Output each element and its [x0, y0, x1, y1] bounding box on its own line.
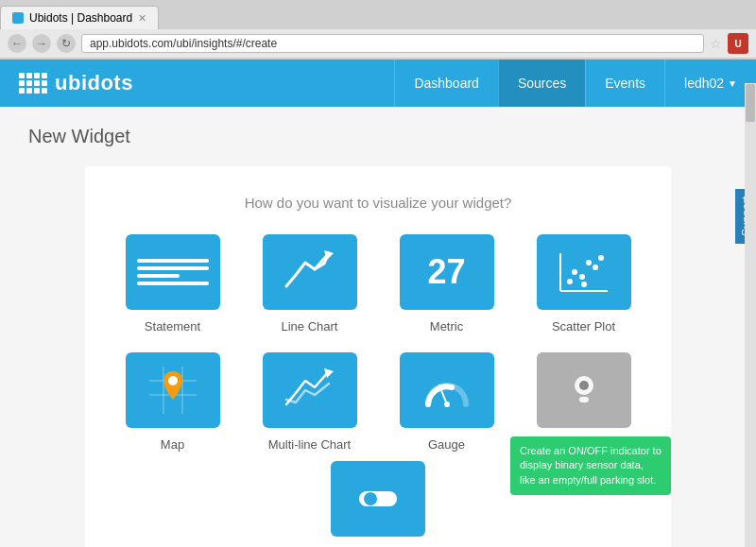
svg-point-8 — [598, 255, 604, 261]
indicator-tooltip: Create an ON/OFF indicator to display bi… — [510, 436, 671, 495]
forward-button[interactable]: → — [32, 34, 51, 53]
widget-grid: Statement Line Chart 27 Metric — [113, 234, 643, 452]
widget-icon-map — [126, 352, 220, 428]
browser-tab[interactable]: Ubidots | Dashboard ✕ — [0, 6, 159, 29]
line2 — [137, 266, 209, 270]
statement-icon — [126, 248, 220, 297]
dropdown-arrow-icon: ▼ — [728, 78, 737, 89]
refresh-button[interactable]: ↻ — [57, 34, 76, 53]
svg-point-3 — [567, 279, 573, 284]
widget-item-line-chart[interactable]: Line Chart — [250, 234, 369, 333]
logo-dots-icon — [19, 73, 47, 94]
widget-icon-line-chart — [263, 234, 357, 310]
tab-bar: Ubidots | Dashboard ✕ — [0, 0, 756, 29]
back-button[interactable]: ← — [8, 34, 26, 53]
svg-point-7 — [593, 265, 598, 270]
tab-favicon — [12, 12, 24, 24]
line-chart-svg — [282, 248, 338, 296]
svg-point-9 — [581, 282, 587, 287]
widget-label-scatter-plot: Scatter Plot — [552, 319, 615, 333]
metric-number-icon: 27 — [427, 252, 465, 292]
username-label: ledh02 — [684, 76, 724, 91]
page-title: New Widget — [28, 126, 728, 147]
widget-item-metric[interactable]: 27 Metric — [387, 234, 506, 333]
scrollbar-thumb[interactable] — [746, 84, 755, 122]
line3 — [137, 274, 180, 278]
widget-icon-switch — [331, 461, 425, 537]
indicator-svg — [560, 367, 608, 414]
widget-label-multi-line-chart: Multi-line Chart — [268, 437, 351, 452]
svg-point-4 — [572, 269, 577, 275]
widget-icon-scatter-plot — [537, 234, 631, 310]
svg-point-6 — [586, 260, 592, 265]
svg-point-22 — [364, 492, 377, 505]
widget-icon-multi-line-chart — [263, 352, 357, 428]
widget-icon-statement — [126, 234, 220, 310]
nav-link-sources[interactable]: Sources — [498, 60, 585, 107]
svg-point-14 — [168, 376, 178, 385]
widget-icon-metric: 27 — [400, 234, 494, 310]
browser-chrome: Ubidots | Dashboard ✕ ← → ↻ ☆ U — [0, 0, 756, 60]
widget-item-statement[interactable]: Statement — [113, 234, 232, 333]
scatter-plot-svg — [556, 248, 612, 296]
widget-item-switch[interactable] — [331, 461, 425, 537]
scrollbar[interactable] — [745, 83, 756, 547]
nav-links: Dashboard Sources Events ledh02 ▼ — [394, 60, 756, 107]
line4 — [137, 282, 209, 285]
nav-link-events[interactable]: Events — [585, 60, 664, 107]
widget-icon-indicator — [537, 352, 631, 428]
nav-link-dashboard[interactable]: Dashboard — [394, 60, 498, 107]
page-content: New Widget How do you want to visualize … — [0, 107, 756, 547]
widget-item-gauge[interactable]: Gauge — [387, 352, 506, 452]
widget-label-statement: Statement — [145, 319, 200, 333]
widget-label-map: Map — [161, 437, 184, 452]
map-svg — [145, 362, 201, 419]
app-navbar: ubidots Dashboard Sources Events ledh02 … — [0, 60, 756, 107]
multi-line-chart-svg — [282, 367, 338, 414]
widget-item-multi-line-chart[interactable]: Multi-line Chart — [250, 352, 369, 452]
address-input[interactable] — [81, 34, 704, 53]
tab-close-button[interactable]: ✕ — [138, 12, 146, 25]
svg-point-5 — [579, 274, 585, 280]
widget-label-metric: Metric — [430, 319, 463, 333]
widget-icon-gauge — [400, 352, 494, 428]
switch-svg — [350, 475, 406, 522]
gauge-svg — [419, 367, 475, 414]
nav-link-user[interactable]: ledh02 ▼ — [664, 60, 756, 107]
bookmark-icon[interactable]: ☆ — [710, 36, 722, 51]
widget-item-scatter-plot[interactable]: Scatter Plot — [524, 234, 643, 333]
tab-title: Ubidots | Dashboard — [29, 11, 132, 25]
svg-rect-20 — [579, 397, 589, 402]
line1 — [137, 259, 209, 263]
widget-label-line-chart: Line Chart — [282, 319, 338, 333]
logo-area: ubidots — [0, 71, 152, 95]
svg-point-23 — [379, 492, 392, 505]
panel-question: How do you want to visualize your widget… — [113, 195, 643, 211]
svg-point-19 — [579, 381, 589, 390]
logo-text: ubidots — [55, 71, 133, 95]
widget-item-map[interactable]: Map — [113, 352, 232, 452]
address-bar: ← → ↻ ☆ U — [0, 29, 756, 59]
widget-label-gauge: Gauge — [428, 437, 465, 452]
user-profile-icon[interactable]: U — [728, 33, 748, 54]
